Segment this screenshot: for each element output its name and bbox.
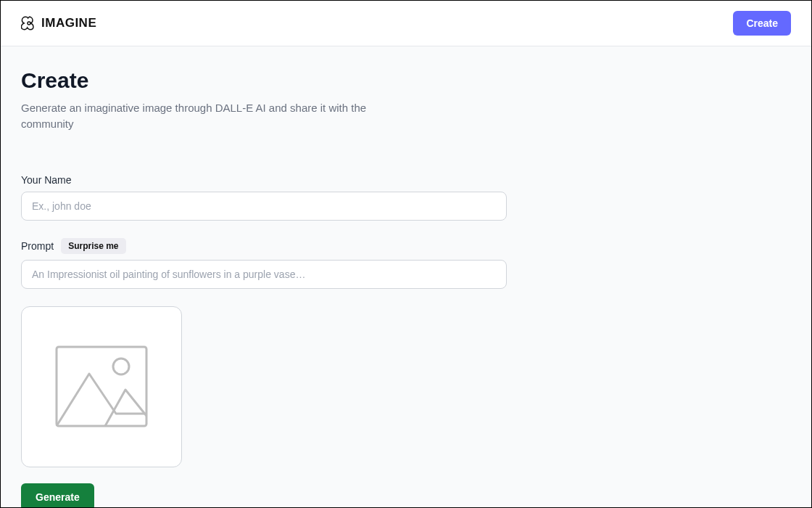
prompt-field: Prompt Surprise me <box>21 238 507 289</box>
page-subtitle: Generate an imaginative image through DA… <box>21 100 413 132</box>
name-field: Your Name <box>21 174 507 221</box>
header-create-button[interactable]: Create <box>733 11 791 36</box>
create-form: Your Name Prompt Surprise me Generate <box>21 174 507 509</box>
svg-point-0 <box>28 22 30 25</box>
generate-button[interactable]: Generate <box>21 483 94 509</box>
header: IMAGINE Create <box>1 1 811 46</box>
swirl-icon <box>21 15 37 31</box>
svg-point-2 <box>113 359 129 374</box>
image-preview <box>21 306 182 467</box>
name-input[interactable] <box>21 192 507 221</box>
surprise-me-button[interactable]: Surprise me <box>61 238 125 254</box>
image-placeholder-icon <box>54 345 149 428</box>
name-label: Your Name <box>21 174 72 186</box>
prompt-input[interactable] <box>21 260 507 289</box>
page-title: Create <box>21 68 791 93</box>
brand-name: IMAGINE <box>41 16 96 30</box>
main-content: Create Generate an imaginative image thr… <box>1 46 811 508</box>
prompt-label: Prompt <box>21 240 54 252</box>
brand-logo[interactable]: IMAGINE <box>21 15 96 31</box>
